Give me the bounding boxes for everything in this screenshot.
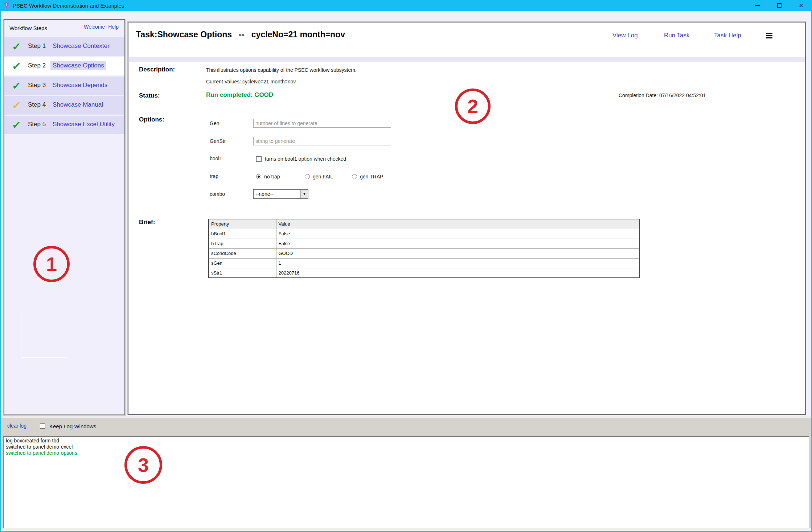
step-link[interactable]: Showcase Options [50,61,106,70]
check-icon: ✓ [12,118,22,132]
genstr-input[interactable] [253,137,391,145]
table-row[interactable]: sStr120220716 [209,268,640,278]
table-row[interactable]: bTrapFalse [209,239,640,248]
brief-label: Brief: [139,219,155,226]
log-line: switched to panel demo-excel [6,444,806,450]
brief-table: Property Value bBool1False bTrapFalse sC… [208,219,640,278]
keep-log-windows-label: Keep Log Windows [49,423,96,429]
sidebar-item-step-4[interactable]: ✓ Step 4 Showcase Manual [4,96,124,115]
step-number: Step 5 [28,121,46,128]
empty-groupbox [21,308,67,358]
step-number: Step 1 [28,42,46,50]
combo-dropdown[interactable]: --none-- ▼ [253,189,308,199]
gen-input[interactable] [253,119,391,128]
bool1-checkbox[interactable] [256,156,262,162]
app-icon: ! [4,3,10,8]
app-window: ! PSEC Workflow Demonstration and Exampl… [0,0,812,532]
clear-log-link[interactable]: clear log [7,423,26,429]
completion-date: Completion Date: 07/16/2022 04:52:01 [619,92,706,98]
bool1-checkbox-label: turns on bool1 option when checked [265,156,346,162]
gen-trap-radio-label: gen TRAP [360,174,383,180]
brief-table-header: Property Value [209,219,640,229]
table-row[interactable]: sGen1 [209,258,640,268]
annotation-circle-2: 2 [455,88,491,124]
trap-label: trap [210,173,218,179]
description-text-1: This illustrates options capability of t… [206,67,357,73]
bool1-label: bool1 [210,156,222,161]
task-panel: Task:Showcase Options -- cycleNo=21 mont… [128,22,806,415]
step-number: Step 2 [28,62,46,69]
gen-fail-radio[interactable] [305,174,310,179]
genstr-label: GenStr [210,138,226,144]
step-number: Step 3 [28,82,46,89]
workflow-steps-heading: Workflow Steps [9,25,47,31]
check-icon: ✓ [12,79,22,92]
description-text-2: Current Values: cycleNo=21 month=nov [206,79,296,84]
column-header-value: Value [276,219,640,229]
step-link[interactable]: Showcase Contexter [53,42,110,50]
step-number: Step 4 [28,101,46,108]
view-log-link[interactable]: View Log [612,32,638,39]
check-icon: ✓ [12,99,22,112]
log-output[interactable]: log boxcreated form tbd switched to pane… [3,436,809,529]
step-link[interactable]: Showcase Manual [53,101,103,108]
window-title: PSEC Workflow Demonstration and Examples [13,3,124,9]
minimize-icon[interactable] [747,0,768,11]
check-icon: ✓ [12,40,22,53]
description-label: Description: [139,66,175,73]
gen-label: Gen [210,120,219,126]
gen-fail-radio-label: gen FAIL [313,174,333,180]
sidebar-item-step-1[interactable]: ✓ Step 1 Showcase Contexter [4,37,124,56]
table-row[interactable]: bBool1False [209,229,640,239]
step-link[interactable]: Showcase Depends [53,82,107,89]
column-header-property: Property [209,219,276,229]
maximize-icon[interactable] [768,0,790,11]
annotation-circle-3: 3 [124,446,162,484]
window-bottom-strip [0,528,812,531]
no-trap-radio-label: no trap [264,174,280,180]
window-border-left [0,11,1,532]
help-link[interactable]: Help [108,24,119,30]
log-line: switched to panel demo-options [6,450,806,456]
combo-label: combo [210,191,225,197]
keep-log-windows-checkbox[interactable] [40,423,45,429]
combo-selected-value: --none-- [254,191,300,197]
gen-trap-radio[interactable] [352,174,357,179]
status-value: Run completed: GOOD [206,91,273,99]
sidebar-item-step-2[interactable]: ✓ Step 2 Showcase Options [4,57,124,75]
workflow-steps-panel: Workflow Steps Welcome Help ✓ Step 1 Sho… [4,19,125,415]
chevron-down-icon[interactable]: ▼ [300,190,308,198]
log-line: log boxcreated form tbd [6,438,806,444]
task-help-link[interactable]: Task Help [714,32,741,39]
log-section: clear log Keep Log Windows log boxcreate… [0,416,812,532]
hamburger-menu-icon[interactable] [766,33,772,40]
check-icon: ✓ [12,59,22,73]
options-label: Options: [139,116,164,123]
no-trap-radio[interactable] [256,174,261,179]
close-icon[interactable]: ✕ [790,0,812,11]
task-title: Task:Showcase Options -- cycleNo=21 mont… [136,30,345,40]
header-divider [128,57,805,62]
table-row[interactable]: sCondCodeGOOD [209,248,640,258]
sidebar-item-step-5[interactable]: ✓ Step 5 Showcase Excel Utility [4,116,124,134]
sidebar-item-step-3[interactable]: ✓ Step 3 Showcase Depends [4,77,124,95]
title-bar: ! PSEC Workflow Demonstration and Exampl… [0,0,812,11]
run-task-link[interactable]: Run Task [664,32,690,39]
step-link[interactable]: Showcase Excel Utility [53,121,115,128]
welcome-link[interactable]: Welcome [84,24,105,30]
annotation-circle-1: 1 [33,246,70,282]
status-label: Status: [139,92,160,99]
